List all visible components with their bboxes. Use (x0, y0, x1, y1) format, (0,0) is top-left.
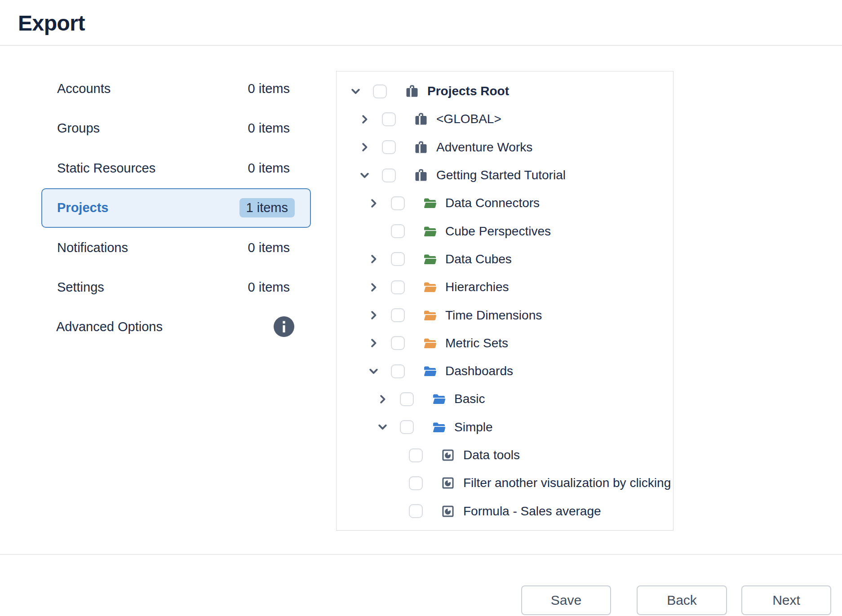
tree-item-label: Time Dimensions (445, 308, 542, 323)
sidebar-item-label: Notifications (57, 240, 128, 255)
chevron-right-icon[interactable] (368, 281, 380, 293)
project-icon (405, 84, 419, 98)
tree-item-adventure-works[interactable]: Adventure Works (337, 133, 673, 161)
folder-orange-icon (423, 280, 437, 294)
chevron-right-icon[interactable] (359, 113, 371, 125)
tree-checkbox[interactable] (391, 252, 405, 266)
sidebar-item-label: Settings (57, 280, 104, 295)
tree-checkbox[interactable] (391, 364, 405, 378)
tree-item-projects-root[interactable]: Projects Root (337, 77, 673, 105)
tree-item-basic[interactable]: Basic (337, 385, 673, 413)
project-icon (414, 140, 428, 155)
chevron-down-icon[interactable] (368, 365, 380, 377)
next-button[interactable]: Next (741, 585, 831, 615)
chevron-right-icon[interactable] (368, 253, 380, 265)
tree-checkbox[interactable] (391, 196, 405, 210)
tree-checkbox[interactable] (391, 224, 405, 238)
tree-checkbox[interactable] (382, 168, 396, 182)
folder-green-icon (423, 224, 437, 239)
back-button[interactable]: Back (637, 585, 727, 615)
chevron-right-icon[interactable] (368, 309, 380, 321)
tree-item-label: Dashboards (445, 364, 513, 378)
chevron-right-icon[interactable] (368, 337, 380, 349)
tree-item-global[interactable]: <GLOBAL> (337, 105, 673, 133)
folder-blue-icon (423, 364, 437, 378)
tree-item-time-dimensions[interactable]: Time Dimensions (337, 301, 673, 329)
tree-item-label: Adventure Works (436, 140, 532, 155)
tree-item-simple[interactable]: Simple (337, 413, 673, 441)
tree-item-data-connectors[interactable]: Data Connectors (337, 189, 673, 217)
dashboard-icon (441, 476, 455, 490)
chevron-right-icon[interactable] (359, 141, 371, 153)
tree-item-hierarchies[interactable]: Hierarchies (337, 273, 673, 301)
sidebar-item-count: 1 items (239, 198, 295, 217)
tree-item-label: Data tools (463, 448, 520, 462)
chevron-right-icon[interactable] (377, 393, 389, 405)
tree-checkbox[interactable] (400, 420, 414, 434)
sidebar-item-label: Static Resources (57, 161, 155, 176)
sidebar-item-settings[interactable]: Settings 0 items (41, 268, 311, 308)
info-icon[interactable] (274, 316, 294, 337)
folder-orange-icon (423, 308, 437, 323)
tree-checkbox[interactable] (391, 308, 405, 322)
project-tree[interactable]: Projects Root <GLOBAL> Adventure Works G… (336, 71, 674, 531)
sidebar-item-count: 0 items (248, 240, 290, 255)
sidebar-item-label: Groups (57, 121, 100, 136)
chevron-down-icon[interactable] (359, 169, 371, 182)
project-icon (414, 112, 428, 126)
sidebar-item-label: Accounts (57, 81, 111, 96)
folder-green-icon (423, 196, 437, 210)
chevron-down-icon[interactable] (377, 421, 389, 433)
chevron-right-icon[interactable] (368, 197, 380, 209)
tree-item-label: Basic (454, 392, 485, 406)
tree-checkbox[interactable] (391, 280, 405, 294)
sidebar-item-count: 0 items (248, 81, 290, 96)
tree-item-getting-started-tutorial[interactable]: Getting Started Tutorial (337, 161, 673, 189)
tree-checkbox[interactable] (400, 392, 414, 406)
tree-item-label: Hierarchies (445, 280, 509, 294)
sidebar-item-count: 0 items (248, 121, 290, 136)
sidebar-list: Accounts 0 items Groups 0 items Static R… (41, 69, 311, 307)
tree-item-metric-sets[interactable]: Metric Sets (337, 329, 673, 357)
project-icon (414, 168, 428, 182)
tree-item-cube-perspectives[interactable]: Cube Perspectives (337, 217, 673, 245)
expander-spacer (386, 449, 398, 461)
footer-divider (0, 554, 842, 555)
tree-item-label: <GLOBAL> (436, 112, 501, 126)
tree-checkbox[interactable] (391, 336, 405, 350)
tree-checkbox[interactable] (373, 84, 387, 98)
chevron-down-icon[interactable] (350, 85, 362, 97)
tree-checkbox[interactable] (409, 476, 423, 490)
folder-blue-icon (432, 392, 446, 406)
sidebar-item-notifications[interactable]: Notifications 0 items (41, 228, 311, 268)
page-title: Export (18, 11, 85, 35)
folder-blue-icon (432, 420, 446, 434)
tree-checkbox[interactable] (409, 504, 423, 518)
tree-item-data-cubes[interactable]: Data Cubes (337, 245, 673, 273)
tree-item-dashboards[interactable]: Dashboards (337, 357, 673, 385)
folder-green-icon (423, 252, 437, 266)
tree-item-label: Formula - Sales average (463, 504, 601, 519)
tree-item-formula-sales-average[interactable]: Formula - Sales average (337, 497, 673, 525)
dashboard-icon (441, 504, 455, 519)
sidebar-item-advanced-options[interactable]: Advanced Options (41, 307, 311, 347)
expander-spacer (386, 505, 398, 517)
tree-item-data-tools[interactable]: Data tools (337, 441, 673, 469)
tree-item-filter-another-visualization-by-clicking[interactable]: Filter another visualization by clicking (337, 469, 673, 497)
tree-item-label: Data Cubes (445, 252, 512, 266)
sidebar-item-label: Projects (57, 200, 108, 215)
sidebar-item-count: 0 items (248, 161, 290, 176)
expander-spacer (368, 225, 380, 237)
tree-item-label: Data Connectors (445, 196, 540, 210)
sidebar-item-static-resources[interactable]: Static Resources 0 items (41, 148, 311, 188)
save-button[interactable]: Save (521, 585, 611, 615)
sidebar-item-projects[interactable]: Projects 1 items (41, 188, 311, 228)
tree-item-row[interactable] (337, 525, 673, 531)
sidebar-item-groups[interactable]: Groups 0 items (41, 109, 311, 149)
tree-checkbox[interactable] (382, 140, 396, 154)
dashboard-icon (441, 448, 455, 462)
advanced-options-label: Advanced Options (56, 319, 163, 334)
sidebar-item-accounts[interactable]: Accounts 0 items (41, 69, 311, 109)
tree-checkbox[interactable] (409, 448, 423, 462)
tree-checkbox[interactable] (382, 112, 396, 126)
